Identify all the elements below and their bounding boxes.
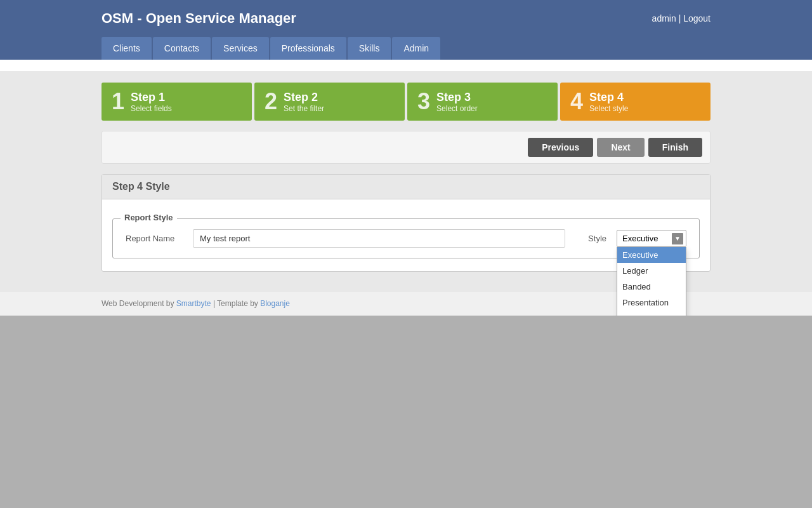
step-4[interactable]: 4 Step 4 Select style <box>560 83 710 121</box>
step-2-number: 2 <box>265 90 277 113</box>
step-1-sublabel: Select fields <box>131 104 172 113</box>
style-label: Style <box>588 234 606 243</box>
footer-smartbyte-link[interactable]: Smartbyte <box>176 299 211 308</box>
nav-item-professionals[interactable]: Professionals <box>270 37 346 60</box>
dropdown-item-executive[interactable]: Executive <box>617 247 686 263</box>
dropdown-item-banded[interactable]: Banded <box>617 279 686 295</box>
app-title: OSM - Open Service Manager <box>102 10 296 27</box>
step-1-label: Step 1 <box>131 91 172 104</box>
header: OSM - Open Service Manager admin | Logou… <box>0 0 812 37</box>
style-selected-value: Executive <box>622 234 658 243</box>
step-4-sublabel: Select style <box>589 104 628 113</box>
main-content: 1 Step 1 Select fields 2 Step 2 Set the … <box>0 71 812 291</box>
step-2[interactable]: 2 Step 2 Set the filter <box>254 83 405 121</box>
separator: | <box>679 13 681 23</box>
step-3-number: 3 <box>417 90 430 113</box>
step-3-label: Step 3 <box>436 91 478 104</box>
step-2-sublabel: Set the filter <box>284 104 324 113</box>
white-strip <box>0 60 812 71</box>
step-2-label: Step 2 <box>284 91 324 104</box>
button-row: Previous Next Finish <box>102 131 710 164</box>
steps-bar: 1 Step 1 Select fields 2 Step 2 Set the … <box>102 83 710 121</box>
report-style-box: Report Style Report Name Style Executive… <box>112 218 700 258</box>
user-info: admin | Logout <box>652 13 710 23</box>
step-4-number: 4 <box>570 90 583 113</box>
username: admin <box>652 13 676 23</box>
nav-item-clients[interactable]: Clients <box>102 37 152 60</box>
dropdown-item-casual[interactable]: Casual <box>617 311 686 316</box>
nav-item-services[interactable]: Services <box>212 37 269 60</box>
form-row: Report Name Style Executive ▼ Executive … <box>126 229 686 248</box>
nav-bar: Clients Contacts Services Professionals … <box>0 37 812 60</box>
footer-text2: | Template by <box>213 299 260 308</box>
step-4-label: Step 4 <box>589 91 628 104</box>
report-style-legend: Report Style <box>121 213 177 222</box>
style-select[interactable]: Executive ▼ <box>617 230 686 247</box>
style-select-wrapper: Executive ▼ Executive Ledger Banded Pres… <box>617 230 686 247</box>
footer: Web Development by Smartbyte | Template … <box>0 291 812 316</box>
report-name-label: Report Name <box>126 234 183 243</box>
previous-button[interactable]: Previous <box>528 138 593 157</box>
dropdown-item-ledger[interactable]: Ledger <box>617 263 686 279</box>
next-button[interactable]: Next <box>597 138 644 157</box>
select-arrow-icon: ▼ <box>672 233 683 244</box>
nav-item-contacts[interactable]: Contacts <box>153 37 211 60</box>
nav-item-admin[interactable]: Admin <box>392 37 440 60</box>
logout-link[interactable]: Logout <box>683 13 710 23</box>
step-panel: Step 4 Style Report Style Report Name St… <box>102 174 710 272</box>
nav-item-skills[interactable]: Skills <box>348 37 391 60</box>
dropdown-item-presentation[interactable]: Presentation <box>617 295 686 311</box>
step-3-sublabel: Select order <box>436 104 478 113</box>
footer-bloganje-link[interactable]: Bloganje <box>260 299 290 308</box>
step-panel-body: Report Style Report Name Style Executive… <box>102 199 710 271</box>
step-1-number: 1 <box>112 90 124 113</box>
report-name-input[interactable] <box>193 229 565 248</box>
step-panel-header: Step 4 Style <box>102 175 710 199</box>
step-1[interactable]: 1 Step 1 Select fields <box>102 83 252 121</box>
footer-text1: Web Development by <box>102 299 176 308</box>
finish-button[interactable]: Finish <box>648 138 702 157</box>
step-3[interactable]: 3 Step 3 Select order <box>407 83 558 121</box>
style-dropdown: Executive Ledger Banded Presentation Cas… <box>617 247 686 316</box>
